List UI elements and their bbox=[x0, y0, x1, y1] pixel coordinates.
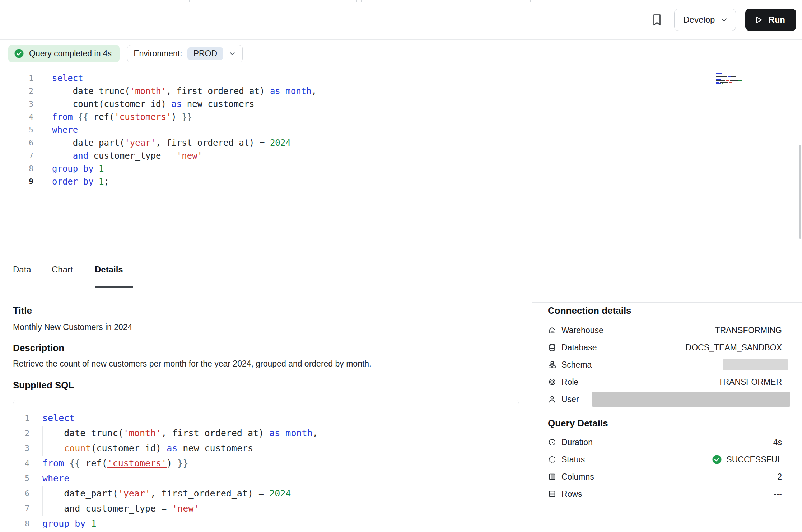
database-icon bbox=[548, 343, 556, 352]
line-number: 2 bbox=[0, 85, 33, 98]
user-value-redacted bbox=[592, 392, 790, 407]
line-number: 8 bbox=[0, 162, 33, 175]
row-label: Rows bbox=[561, 489, 582, 499]
check-circle-icon bbox=[14, 48, 24, 59]
editor-minimap[interactable] bbox=[716, 73, 754, 86]
code-line[interactable]: 3 count(customer_id) as new_customers bbox=[0, 98, 714, 111]
supplied-sql-block: 1select2 date_trunc('month', first_order… bbox=[13, 400, 519, 532]
user-icon bbox=[548, 395, 556, 403]
play-icon bbox=[754, 15, 763, 25]
right-panel-divider bbox=[532, 302, 802, 303]
code-line[interactable]: 8group by 1 bbox=[0, 162, 714, 175]
sql-editor[interactable]: 1select2 date_trunc('month', first_order… bbox=[0, 72, 714, 188]
row-label: User bbox=[561, 395, 579, 404]
row-label: Database bbox=[561, 343, 597, 353]
duration-icon bbox=[548, 438, 556, 447]
tab-separator bbox=[361, 0, 362, 2]
title-heading: Title bbox=[13, 305, 32, 316]
line-number: 8 bbox=[13, 516, 29, 531]
rows-icon bbox=[548, 490, 556, 498]
columns-icon bbox=[548, 472, 556, 481]
code-line[interactable]: 7 and customer_type = 'new' bbox=[13, 501, 519, 516]
bookmark-button[interactable] bbox=[649, 12, 665, 28]
query-details-list: Duration 4s Status SUCCESSFUL Columns 2 bbox=[548, 434, 782, 503]
code-line[interactable]: 4from {{ ref('customers') }} bbox=[13, 456, 519, 471]
warehouse-icon bbox=[548, 326, 556, 335]
top-toolbar: Develop Run bbox=[0, 0, 802, 40]
line-number: 2 bbox=[13, 426, 29, 441]
query-status-pill: Query completed in 4s bbox=[8, 45, 120, 62]
environment-dropdown[interactable]: Environment: PROD bbox=[127, 45, 243, 62]
code-line[interactable]: 5where bbox=[0, 123, 714, 136]
tab-separator bbox=[356, 0, 357, 2]
row-value: 4s bbox=[773, 438, 782, 447]
schema-value-redacted bbox=[723, 359, 788, 370]
chevron-down-icon bbox=[228, 50, 236, 57]
tab-chart[interactable]: Chart bbox=[52, 265, 73, 275]
code-line[interactable]: 6 date_part('year', first_ordered_at) = … bbox=[0, 136, 714, 149]
row-label: Status bbox=[561, 455, 585, 465]
connection-row-user: User bbox=[548, 391, 782, 408]
run-label: Run bbox=[768, 15, 785, 25]
line-number: 4 bbox=[0, 111, 33, 123]
code-line[interactable]: 7 and customer_type = 'new' bbox=[0, 149, 714, 162]
environment-value-badge: PROD bbox=[187, 47, 223, 60]
right-panel-left-divider bbox=[532, 302, 532, 532]
code-line[interactable]: 2 date_trunc('month', first_ordered_at) … bbox=[13, 426, 519, 441]
title-value: Monthly New Customers in 2024 bbox=[13, 322, 132, 332]
line-number: 5 bbox=[13, 471, 29, 486]
indent-guide bbox=[52, 136, 52, 162]
line-number: 1 bbox=[13, 411, 29, 426]
code-line[interactable]: 1select bbox=[0, 72, 714, 85]
connection-details-heading: Connection details bbox=[548, 305, 631, 316]
supplied-sql-heading: Supplied SQL bbox=[13, 380, 74, 391]
vertical-scrollbar[interactable] bbox=[799, 145, 801, 239]
query-row-duration: Duration 4s bbox=[548, 434, 782, 451]
query-statusbar: Query completed in 4s Environment: PROD bbox=[8, 45, 243, 62]
connection-row-role: Role TRANSFORMER bbox=[548, 373, 782, 391]
connection-details-list: Warehouse TRANSFORMING Database DOCS_TEA… bbox=[548, 322, 782, 408]
tab-separator bbox=[530, 0, 531, 2]
develop-dropdown-button[interactable]: Develop bbox=[674, 9, 736, 31]
code-line[interactable]: 8group by 1 bbox=[13, 516, 519, 531]
row-label: Duration bbox=[561, 438, 593, 447]
row-label: Role bbox=[561, 377, 578, 387]
row-label: Warehouse bbox=[561, 326, 603, 335]
tabs-divider bbox=[0, 288, 802, 288]
tab-details[interactable]: Details bbox=[95, 265, 123, 275]
role-icon bbox=[548, 378, 556, 386]
app-window: Develop Run Query completed in 4s Enviro… bbox=[0, 0, 802, 532]
code-line[interactable]: 1select bbox=[13, 411, 519, 426]
code-line[interactable]: 9order by 1; bbox=[0, 175, 714, 188]
tab-data[interactable]: Data bbox=[13, 265, 31, 275]
chevron-down-icon bbox=[720, 15, 728, 24]
tab-separator bbox=[75, 0, 75, 2]
connection-row-schema: Schema bbox=[548, 356, 782, 373]
code-line[interactable]: 2 date_trunc('month', first_ordered_at) … bbox=[0, 85, 714, 98]
code-line[interactable]: 6 date_part('year', first_ordered_at) = … bbox=[13, 486, 519, 501]
line-number: 3 bbox=[0, 98, 33, 111]
line-number: 7 bbox=[0, 149, 33, 162]
tab-separator bbox=[189, 0, 190, 2]
line-number: 6 bbox=[13, 486, 29, 501]
line-number: 6 bbox=[0, 136, 33, 149]
row-value: --- bbox=[774, 489, 782, 499]
status-icon bbox=[548, 455, 556, 464]
code-line[interactable]: 4from {{ ref('customers') }} bbox=[0, 111, 714, 123]
bookmark-icon bbox=[651, 13, 663, 27]
query-row-columns: Columns 2 bbox=[548, 468, 782, 485]
run-button[interactable]: Run bbox=[745, 9, 796, 31]
code-line[interactable]: 3 count(customer_id) as new_customers bbox=[13, 441, 519, 456]
status-value: SUCCESSFUL bbox=[712, 454, 782, 465]
row-label: Columns bbox=[561, 472, 594, 482]
indent-guide bbox=[52, 85, 52, 111]
row-value: TRANSFORMING bbox=[715, 326, 782, 335]
row-value: 2 bbox=[777, 472, 782, 482]
connection-row-warehouse: Warehouse TRANSFORMING bbox=[548, 322, 782, 339]
description-heading: Description bbox=[13, 342, 64, 354]
develop-label: Develop bbox=[683, 15, 715, 25]
query-row-rows: Rows --- bbox=[548, 485, 782, 503]
connection-row-database: Database DOCS_TEAM_SANDBOX bbox=[548, 339, 782, 356]
code-line[interactable]: 5where bbox=[13, 471, 519, 486]
row-label: Schema bbox=[561, 360, 592, 370]
